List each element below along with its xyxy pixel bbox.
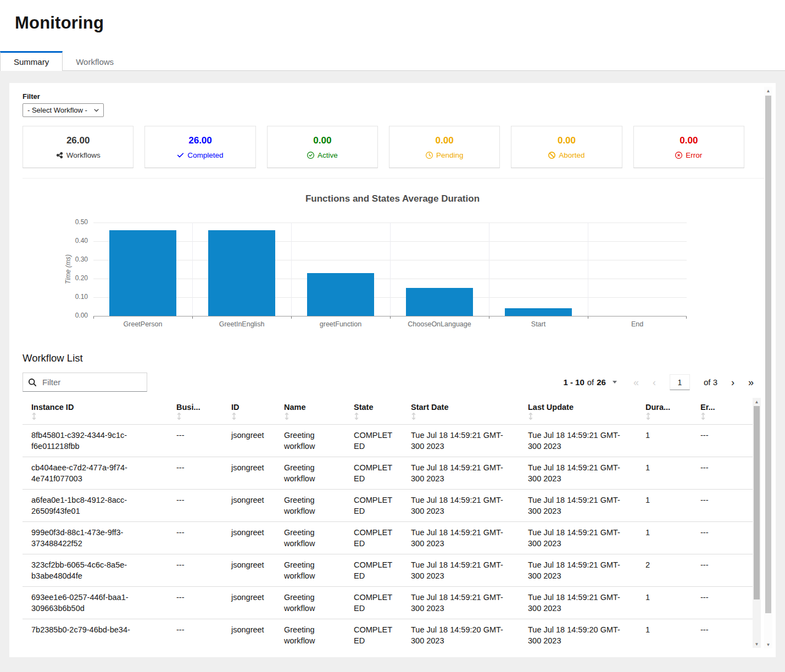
column-header-instance-id[interactable]: Instance ID [23,398,168,425]
x-category-label: ChooseOnLanguage [390,320,489,328]
column-header-busi---[interactable]: Busi... [168,398,222,425]
column-header-er---[interactable]: Er... [692,398,754,425]
filter-label: Filter [23,92,776,101]
status-card-pending: 0.00Pending [389,126,500,168]
card-label-row: Completed [177,151,223,159]
x-category-label: greetFunction [291,320,390,328]
cell-state: COMPLETED [345,619,402,652]
table-scrollbar-thumb[interactable] [754,406,760,599]
cell-name: Greeting workflow [275,554,345,587]
cell-start-date: Tue Jul 18 14:59:20 GMT-300 2023 [402,619,519,652]
card-value: 26.00 [188,135,212,146]
column-header-last-update[interactable]: Last Update [519,398,637,425]
y-tick-label: 0.40 [63,237,88,245]
x-category-label: Start [489,320,588,328]
column-header-dura---[interactable]: Dura... [637,398,692,425]
panel-scrollbar-thumb[interactable] [765,96,771,613]
cell-duration: 1 [637,522,692,554]
page-count-label: of 3 [704,377,717,387]
workflow-select[interactable]: - Select Workflow - [23,103,104,117]
chevron-down-icon [93,107,99,113]
completed-check-icon [177,152,184,159]
h-gridline [93,316,687,316]
cell-last-update: Tue Jul 18 14:59:21 GMT-300 2023 [519,457,637,490]
cell-start-date: Tue Jul 18 14:59:21 GMT-300 2023 [402,587,519,619]
v-gridline [390,223,391,316]
last-page-button[interactable]: » [748,377,754,387]
workflows-sitemap-icon [56,152,63,159]
filter-search-box [23,373,147,392]
column-header-start-date[interactable]: Start Date [402,398,519,425]
pagination-range: 1 - 10 [563,377,584,387]
status-card-error: 0.00Error [633,126,744,168]
cell-id: jsongreet [222,457,275,490]
card-label-row: Aborted [548,151,584,159]
first-page-button[interactable]: « [633,377,639,387]
scroll-down-arrow-icon[interactable]: ▼ [753,640,761,648]
pagination-nav: « ‹ of 3 › » [633,374,754,390]
prev-page-button[interactable]: ‹ [653,377,656,387]
cell-error: --- [692,554,754,587]
cell-start-date: Tue Jul 18 14:59:21 GMT-300 2023 [402,457,519,490]
column-header-state[interactable]: State [345,398,402,425]
x-category-label: GreetPerson [93,320,192,328]
chart-bar-greetFunction [307,273,374,316]
cell-state: COMPLETED [345,457,402,490]
card-label: Pending [436,151,464,159]
sort-arrows-icon[interactable] [645,413,683,420]
sort-arrows-icon[interactable] [231,413,266,420]
chart-bar-GreetPerson [109,230,176,316]
tab-workflows[interactable]: Workflows [63,51,127,70]
cell-state: COMPLETED [345,490,402,522]
card-label-row: Active [307,151,338,159]
pagination: 1 - 10 of 26 « ‹ of 3 › » [563,374,754,390]
y-tick-label: 0.10 [63,293,88,301]
column-header-label: Name [284,403,306,412]
sort-arrows-icon[interactable] [284,413,336,420]
cell-duration: 2 [637,554,692,587]
filter-search-input[interactable] [41,377,142,387]
chart-bar-GreetInEnglish [208,230,275,316]
table-scrollbar[interactable]: ▲ ▼ [753,398,761,648]
panel-scrollbar[interactable]: ▲ ▼ [764,87,772,648]
sort-arrows-icon[interactable] [176,413,214,420]
cell-id: jsongreet [222,425,275,457]
cell-last-update: Tue Jul 18 14:59:21 GMT-300 2023 [519,425,637,457]
column-header-id[interactable]: ID [222,398,275,425]
card-label-row: Error [675,151,702,159]
sort-arrows-icon[interactable] [354,413,393,420]
column-header-name[interactable]: Name [275,398,345,425]
cell-name: Greeting workflow [275,490,345,522]
pagination-range-dropdown[interactable]: 1 - 10 of 26 [563,377,617,387]
aborted-ban-icon [548,152,555,159]
error-times-circle-icon [675,152,682,159]
cell-instance-id: 7b2385b0-2c79-46bd-be34- [23,619,168,652]
cell-last-update: Tue Jul 18 14:59:21 GMT-300 2023 [519,490,637,522]
pending-clock-icon [426,152,433,159]
sort-arrows-icon[interactable] [528,413,628,420]
cell-id: jsongreet [222,619,275,652]
cell-business-key: --- [168,522,222,554]
table-row: 8fb45801-c392-4344-9c1c-f6e011218fbb---j… [23,425,754,457]
cell-name: Greeting workflow [275,457,345,490]
tab-summary[interactable]: Summary [0,51,63,71]
cell-error: --- [692,587,754,619]
scroll-up-arrow-icon[interactable]: ▲ [753,398,761,406]
scroll-up-arrow-icon[interactable]: ▲ [764,87,772,95]
sort-arrows-icon[interactable] [700,413,745,420]
card-value: 0.00 [436,135,454,146]
sort-arrows-icon[interactable] [411,413,510,420]
sort-arrows-icon[interactable] [31,413,159,420]
card-value: 0.00 [558,135,576,146]
y-tick-label: 0.30 [63,256,88,263]
table-row: cb404aee-c7d2-477a-9f74-4e741f077003---j… [23,457,754,490]
v-gridline [192,223,193,316]
page-title: Monitoring [0,0,785,33]
cell-instance-id: 8fb45801-c392-4344-9c1c-f6e011218fbb [23,425,168,457]
next-page-button[interactable]: › [731,377,734,387]
status-card-completed: 26.00Completed [144,126,255,168]
page-number-input[interactable] [670,374,690,390]
scroll-down-arrow-icon[interactable]: ▼ [764,641,772,648]
cell-duration: 1 [637,619,692,652]
tab-summary-label: Summary [14,57,49,66]
